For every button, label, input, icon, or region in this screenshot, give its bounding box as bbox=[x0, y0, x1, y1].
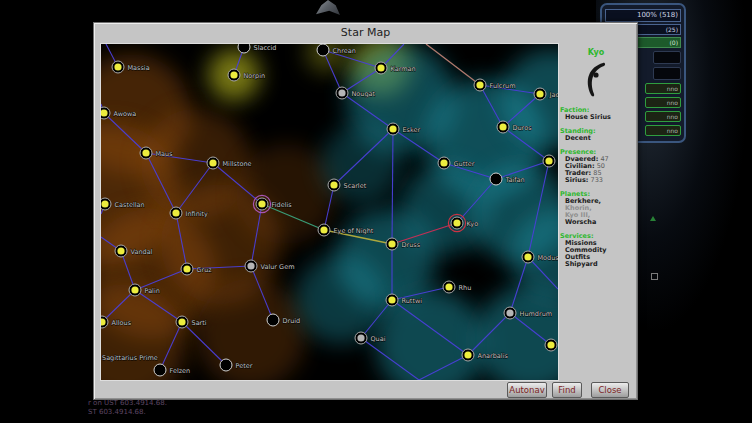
map-system-esker[interactable]: Esker bbox=[387, 123, 421, 135]
system-dot bbox=[388, 296, 395, 303]
system-dot bbox=[230, 71, 237, 78]
faction-logo-icon bbox=[581, 60, 611, 100]
system-dot bbox=[172, 209, 179, 216]
autonav-button[interactable]: Autonav bbox=[507, 382, 547, 398]
system-label: Valur Gem bbox=[261, 263, 295, 271]
map-system-palin[interactable]: Palin bbox=[129, 284, 160, 296]
map-system-sarti[interactable]: Sarti bbox=[176, 316, 207, 328]
system-dot bbox=[209, 159, 216, 166]
system-dot bbox=[142, 149, 149, 156]
map-system-norpin[interactable]: Norpin bbox=[228, 69, 265, 81]
system-dot bbox=[247, 262, 254, 269]
system-label: Fulcrum bbox=[490, 82, 516, 90]
message-log: r on UST 603.4914.68. ST 603.4914.68. bbox=[88, 399, 167, 416]
system-label: Awowa bbox=[114, 110, 137, 118]
map-system-edge_r1[interactable] bbox=[543, 155, 555, 167]
service-list: MissionsCommodityOutfitsShipyard bbox=[560, 240, 632, 268]
map-system-nougat[interactable]: Nougat bbox=[336, 87, 376, 99]
map-system-druss[interactable]: Druss bbox=[386, 238, 421, 250]
map-system-gutter[interactable]: Gutter bbox=[438, 157, 475, 169]
map-system-rhu[interactable]: Rhu bbox=[443, 281, 471, 293]
system-label: Peter bbox=[236, 362, 253, 370]
star-map-svg: MassiaSlaccidNorpinChreanKarmanNougatFul… bbox=[101, 44, 558, 380]
map-system-millstone[interactable]: Millstone bbox=[207, 157, 252, 169]
service-row: Shipyard bbox=[565, 261, 632, 268]
weapon-button[interactable]: nno bbox=[645, 111, 681, 122]
map-system-anarbalis[interactable]: Anarbalis bbox=[462, 349, 508, 361]
system-dot bbox=[464, 351, 471, 358]
map-system-allous[interactable]: Allous bbox=[101, 316, 132, 328]
system-dot bbox=[476, 81, 483, 88]
map-system-gruz[interactable]: Gruz bbox=[181, 263, 212, 275]
star-map-canvas[interactable]: MassiaSlaccidNorpinChreanKarmanNougatFul… bbox=[100, 43, 559, 381]
map-system-peter[interactable]: Peter bbox=[220, 359, 253, 371]
system-dot bbox=[258, 200, 265, 207]
system-label: Quai bbox=[371, 335, 386, 343]
map-region-label: Sagittarius Prime bbox=[102, 354, 158, 362]
map-system-chrean[interactable]: Chrean bbox=[317, 44, 356, 56]
map-system-scarlet[interactable]: Scarlet bbox=[328, 179, 367, 191]
system-dot bbox=[117, 247, 124, 254]
system-ring bbox=[220, 359, 232, 371]
system-label: Modus M bbox=[538, 254, 559, 262]
system-dot bbox=[545, 157, 552, 164]
map-system-awowa[interactable]: Awowa bbox=[101, 107, 136, 119]
nebula-glow bbox=[296, 254, 386, 344]
map-system-druid[interactable]: Druid bbox=[267, 314, 300, 326]
map-system-karman[interactable]: Karman bbox=[375, 62, 416, 74]
system-label: Taifan bbox=[505, 176, 525, 184]
system-dot bbox=[320, 226, 327, 233]
map-system-castellan[interactable]: Castellan bbox=[101, 198, 145, 210]
system-label: Gutter bbox=[454, 160, 475, 168]
system-label: Maus bbox=[156, 150, 174, 158]
system-label: Jac bbox=[549, 91, 559, 99]
selected-system-name: Kyo bbox=[560, 48, 632, 57]
star-map-dialog: Star Map MassiaSlaccidNorpinChreanKarman… bbox=[93, 22, 638, 400]
map-system-fulcrum[interactable]: Fulcrum bbox=[474, 79, 516, 91]
system-dot bbox=[178, 318, 185, 325]
system-label: Vandal bbox=[131, 248, 153, 256]
weapon-button[interactable]: nno bbox=[645, 97, 681, 108]
map-system-valur_gem[interactable]: Valur Gem bbox=[245, 260, 294, 272]
map-system-humdrum[interactable]: Humdrum bbox=[504, 307, 552, 319]
map-system-felzen[interactable]: Felzen bbox=[154, 364, 190, 376]
map-system-vandal[interactable]: Vandal bbox=[115, 245, 153, 257]
system-dot bbox=[453, 219, 460, 226]
map-system-modus[interactable]: Modus M bbox=[522, 251, 558, 263]
map-system-edge_r2[interactable] bbox=[545, 339, 557, 351]
close-button[interactable]: Close bbox=[591, 382, 629, 398]
system-label: Slaccid bbox=[254, 44, 277, 52]
system-label: Humdrum bbox=[520, 310, 553, 318]
system-label: Nougat bbox=[352, 90, 376, 98]
planet-list: Berkhere,Khorin,Kyo III,Worscha bbox=[560, 198, 632, 226]
map-system-maus[interactable]: Maus bbox=[140, 147, 173, 159]
system-label: Gruz bbox=[197, 266, 213, 274]
weapon-button[interactable]: nno bbox=[645, 83, 681, 94]
system-label: Fidelis bbox=[272, 201, 293, 209]
map-system-eye_of_night[interactable]: Eye of Night bbox=[318, 224, 374, 236]
map-system-duros[interactable]: Duros bbox=[497, 121, 532, 133]
map-system-ruttwi[interactable]: Ruttwi bbox=[386, 294, 422, 306]
system-label: Infinity bbox=[186, 210, 209, 218]
planet-row: Worscha bbox=[565, 219, 632, 226]
system-info-panel: Kyo Faction: House Sirius Standing: Dece… bbox=[560, 43, 632, 379]
system-label: Felzen bbox=[170, 367, 191, 375]
armor-bar: 100% (518) bbox=[605, 9, 681, 22]
system-label: Druid bbox=[283, 317, 301, 325]
map-system-quai[interactable]: Quai bbox=[355, 332, 386, 344]
map-system-infinity[interactable]: Infinity bbox=[170, 207, 208, 219]
system-dot bbox=[330, 181, 337, 188]
system-ring bbox=[317, 44, 329, 56]
nebula-glow bbox=[476, 284, 558, 380]
map-system-slaccid[interactable]: Slaccid bbox=[238, 44, 277, 53]
weapon-button[interactable]: nno bbox=[645, 125, 681, 136]
system-dot bbox=[131, 286, 138, 293]
target-square-icon bbox=[651, 273, 658, 280]
find-button[interactable]: Find bbox=[552, 382, 582, 398]
target-triangle-icon bbox=[650, 216, 656, 221]
map-system-taifan[interactable]: Taifan bbox=[490, 173, 525, 185]
map-system-massia[interactable]: Massia bbox=[112, 61, 150, 73]
system-label: Sarti bbox=[192, 319, 207, 327]
system-ring bbox=[267, 314, 279, 326]
system-dot bbox=[499, 123, 506, 130]
